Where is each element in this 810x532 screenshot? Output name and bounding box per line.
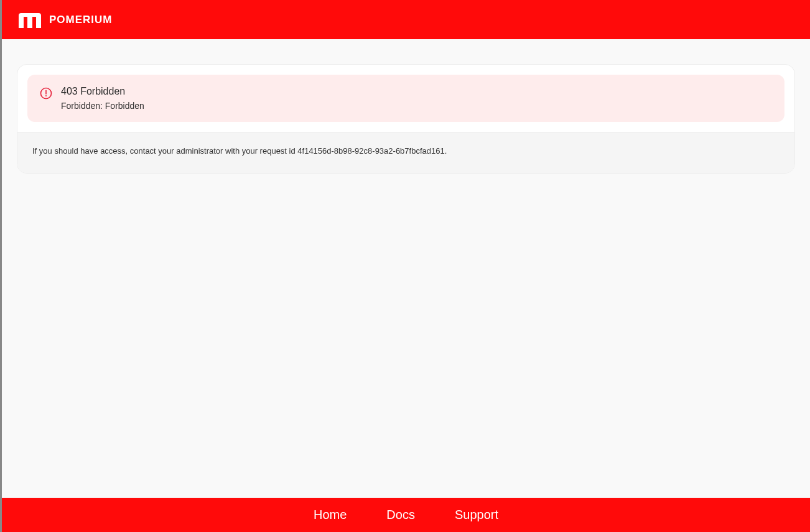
- svg-point-5: [45, 95, 47, 96]
- alert-box: 403 Forbidden Forbidden: Forbidden: [27, 75, 784, 122]
- svg-rect-1: [27, 17, 32, 28]
- footer-link-home[interactable]: Home: [314, 508, 347, 522]
- app-header: POMERIUM: [2, 0, 810, 39]
- app-footer: Home Docs Support: [2, 498, 810, 532]
- footer-link-docs[interactable]: Docs: [386, 508, 415, 522]
- main-content: 403 Forbidden Forbidden: Forbidden If yo…: [2, 39, 810, 498]
- info-box: If you should have access, contact your …: [17, 132, 794, 173]
- footer-link-support[interactable]: Support: [455, 508, 498, 522]
- error-title: 403 Forbidden: [61, 86, 144, 97]
- svg-rect-2: [36, 17, 41, 28]
- brand-name: POMERIUM: [49, 14, 113, 26]
- error-card: 403 Forbidden Forbidden: Forbidden If yo…: [17, 64, 795, 174]
- pomerium-logo-icon: [17, 11, 43, 29]
- logo-container: POMERIUM: [17, 11, 113, 29]
- request-id-text: If you should have access, contact your …: [32, 146, 780, 156]
- alert-content: 403 Forbidden Forbidden: Forbidden: [61, 86, 144, 111]
- error-message: Forbidden: Forbidden: [61, 101, 144, 111]
- alert-error-icon: [40, 87, 52, 100]
- svg-rect-0: [19, 17, 24, 28]
